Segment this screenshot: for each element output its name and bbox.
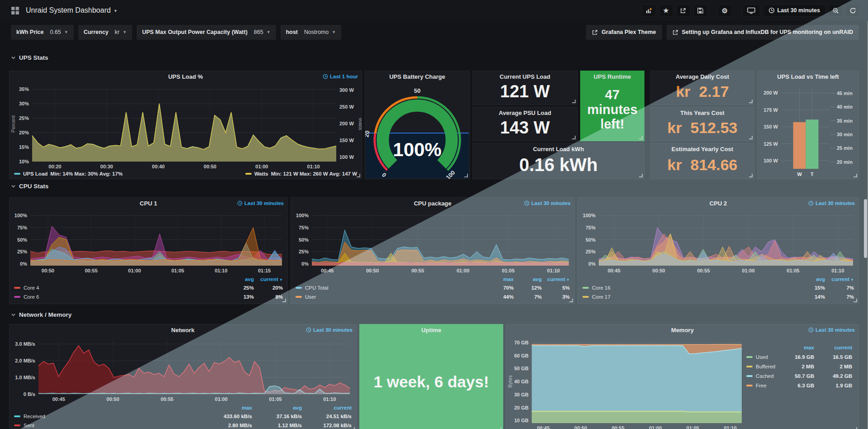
panel-title[interactable]: Estimated Yearly Cost	[651, 143, 754, 154]
svg-text:10%: 10%	[19, 159, 29, 164]
panel-title[interactable]: Average Daily Cost	[651, 71, 754, 82]
save-button[interactable]	[693, 4, 708, 17]
panel-title[interactable]: UPS Battery Charge	[365, 71, 469, 82]
legend-series-name[interactable]: Received	[24, 414, 202, 419]
cpu1-chart[interactable]: 100%75%50%25%0%00:5000:5501:0001:0501:10…	[10, 209, 287, 275]
settings-button[interactable]: ⚙	[718, 4, 732, 17]
legend-col-header[interactable]: max	[776, 345, 814, 350]
section-ups-stats[interactable]: UPS Stats	[11, 54, 48, 61]
legend-color-dash	[296, 296, 302, 298]
cycle-view-button[interactable]	[742, 4, 760, 17]
legend-series-name[interactable]: Sent	[24, 423, 202, 428]
legend-color-dash	[746, 385, 753, 386]
panel-title[interactable]: Current UPS Load	[473, 71, 577, 82]
svg-text:75%: 75%	[586, 225, 596, 230]
panel-title[interactable]: Network	[10, 324, 356, 335]
panel-title[interactable]: Current Load kWh	[473, 143, 644, 154]
variable-ups-max-output[interactable]: UPS Max Output Power Capacity (Watt) 865…	[137, 25, 276, 40]
panel-title[interactable]: Average PSU Load	[473, 107, 577, 118]
legend-series-name[interactable]: UPS Load	[23, 171, 48, 176]
panel-title[interactable]: UPS Load vs Time left	[758, 71, 858, 82]
memory-chart[interactable]: 70 GB60 GB50 GB40 GB30 GB20 GB10 GB00:45…	[506, 335, 746, 429]
legend-col-header[interactable]: avg	[252, 405, 302, 410]
panel-title[interactable]: UPS Runtime	[581, 71, 644, 82]
panel-time-badge[interactable]: Last 30 minutes	[237, 200, 284, 206]
star-button[interactable]: ★	[659, 4, 673, 17]
clock-icon	[237, 200, 243, 206]
time-range-picker[interactable]: Last 30 minutes	[763, 4, 825, 17]
svg-text:50 GB: 50 GB	[514, 366, 529, 371]
section-label: CPU Stats	[19, 183, 48, 190]
legend-series-name[interactable]: Watts	[254, 171, 268, 176]
svg-text:100 W: 100 W	[339, 154, 354, 160]
svg-text:00:55: 00:55	[697, 268, 710, 273]
legend-series-name[interactable]: Cached	[756, 373, 776, 379]
legend-col-header[interactable]: max	[202, 405, 252, 410]
apps-grid-icon[interactable]	[11, 6, 19, 15]
ups-load-chart[interactable]: 35%30%25%20%15%10%00:2000:3000:4000:5001…	[10, 82, 362, 171]
zoom-out-button[interactable]	[828, 4, 843, 17]
legend-value: 15%	[796, 285, 825, 291]
variable-currency[interactable]: Currency kr▼	[78, 25, 132, 40]
legend-col-header[interactable]: current ▼	[542, 276, 570, 282]
chevron-down-icon: ▼	[123, 30, 127, 34]
panel-ups-load: UPS Load % Last 1 hour 35%30%25%20%15%10…	[9, 71, 362, 179]
variable-label: UPS Max Output Power Capacity (Watt)	[137, 29, 251, 35]
panel-title[interactable]: This Years Cost	[651, 107, 754, 118]
dashboard-title[interactable]: Unraid System Dashboard ▾	[26, 6, 117, 14]
cpu-package-chart[interactable]: 100%75%50%25%0%00:4500:5000:5501:0001:05…	[291, 209, 574, 275]
legend-series-name[interactable]: Core 4	[24, 285, 225, 291]
section-cpu-stats[interactable]: CPU Stats	[11, 183, 48, 190]
legend-col-header[interactable]: current	[814, 345, 852, 350]
legend-series-name[interactable]: Core 6	[24, 294, 225, 300]
panel-memory: Memory Last 30 minutes 70 GB60 GB50 GB40…	[506, 324, 859, 429]
panel-title[interactable]: Uptime	[360, 324, 503, 335]
legend-col-header[interactable]: avg	[225, 276, 254, 282]
legend-value: 20%	[254, 285, 283, 291]
svg-text:00:45: 00:45	[321, 268, 334, 273]
svg-text:01:15: 01:15	[258, 268, 271, 273]
gear-icon: ⚙	[722, 7, 728, 14]
svg-text:30%: 30%	[19, 101, 29, 106]
legend-series-name[interactable]: Core 16	[592, 285, 796, 291]
section-network-memory[interactable]: Network / Memory	[11, 311, 72, 318]
link-grafana-influxdb-guide[interactable]: Setting up Grafana and InfluxDB for UPS …	[667, 25, 859, 40]
legend-series-name[interactable]: Core 17	[592, 294, 796, 300]
link-grafana-plex-theme[interactable]: Grafana Plex Theme	[586, 25, 662, 40]
add-panel-button[interactable]	[642, 4, 656, 17]
svg-text:01:10: 01:10	[547, 268, 560, 273]
legend-col-header[interactable]: avg	[796, 276, 825, 282]
svg-text:2.0 MB/s: 2.0 MB/s	[15, 358, 35, 363]
legend-series-name[interactable]: Free	[756, 383, 776, 388]
svg-text:100 W: 100 W	[763, 158, 778, 163]
legend-series-name[interactable]: Buffered	[756, 364, 776, 369]
legend-col-header[interactable]: max	[486, 276, 514, 282]
legend-col-header[interactable]: current ▼	[825, 276, 854, 282]
variable-kwh-price[interactable]: kWh Price 0.65▼	[11, 25, 74, 40]
legend-col-header[interactable]: current ▼	[254, 276, 283, 282]
legend-col-header[interactable]: avg	[514, 276, 542, 282]
panel-title[interactable]: Memory	[506, 324, 858, 335]
refresh-button[interactable]	[845, 4, 860, 17]
svg-text:01:05: 01:05	[787, 268, 799, 273]
panel-time-badge[interactable]: Last 30 minutes	[306, 327, 353, 333]
network-chart[interactable]: 3.0 MB/s2.0 MB/s1.0 MB/s0 B/s00:4500:500…	[10, 335, 356, 403]
panel-time-badge[interactable]: Last 30 minutes	[524, 200, 571, 206]
panel-time-badge[interactable]: Last 1 hour	[323, 74, 358, 79]
legend-series-name[interactable]: Used	[756, 354, 776, 360]
svg-text:200 W: 200 W	[763, 90, 778, 95]
svg-text:35 min: 35 min	[837, 118, 853, 124]
cpu2-chart[interactable]: 100%75%50%25%0%00:4500:5000:5501:0001:05…	[578, 209, 858, 275]
share-button[interactable]	[676, 4, 691, 17]
legend-series-name[interactable]: CPU Total	[305, 285, 486, 291]
tv-icon	[747, 7, 755, 14]
variable-host[interactable]: host Nostromo▼	[281, 25, 342, 40]
legend-col-header[interactable]: current	[302, 405, 352, 410]
panel-time-badge[interactable]: Last 30 minutes	[808, 200, 855, 206]
panel-time-badge[interactable]: Last 30 minutes	[808, 327, 855, 333]
panel-title[interactable]: UPS Load %	[10, 71, 362, 82]
legend-series-name[interactable]: User	[305, 294, 486, 300]
scrollbar-thumb[interactable]	[864, 199, 867, 258]
stat-value: 121 W	[473, 82, 577, 105]
svg-text:100%: 100%	[14, 213, 27, 218]
